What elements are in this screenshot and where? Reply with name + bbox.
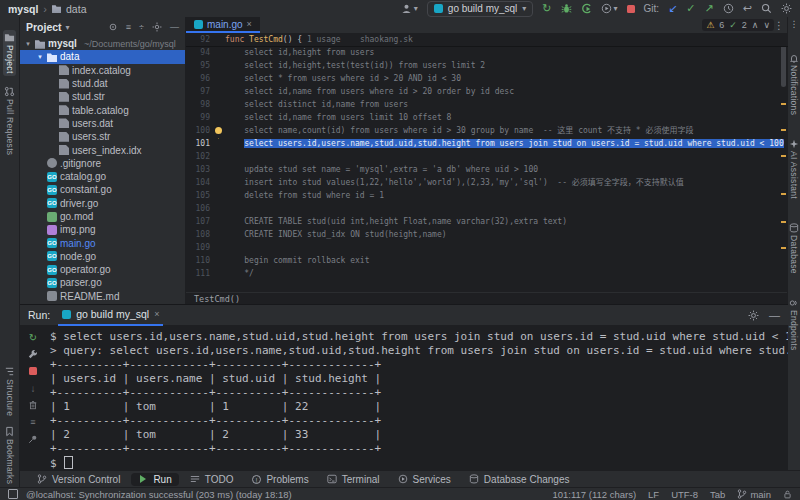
code-line-106[interactable]: 106 [186,202,788,215]
run-tab-go-build[interactable]: go build my_sql × [58,305,163,326]
locate-file-icon[interactable] [108,22,118,32]
status-item[interactable]: 101:117 (112 chars) [552,489,636,500]
prev-problem-icon[interactable]: ∧ [752,20,759,30]
chevron-down-icon[interactable]: ▾ [36,53,44,61]
stripe-button-notifications[interactable]: Notifications [789,53,799,115]
rollback-button[interactable]: ↩ [743,3,752,14]
stripe-button-pull-requests[interactable]: Pull Requests [4,86,15,155]
tree-item-driver-go[interactable]: GOdriver.go [20,197,185,210]
tree-item-data[interactable]: ▾data [20,50,185,63]
tree-item-constant-go[interactable]: GOconstant.go [20,183,185,196]
tree-item-table-catalog[interactable]: table.catalog [20,103,185,116]
terminal-prompt-icon[interactable] [8,489,18,499]
stripe-button-project[interactable]: Project [3,30,16,76]
git-branch-widget[interactable]: main [737,489,771,500]
collapse-all-icon[interactable]: ÷ [139,22,144,33]
code-line-103[interactable]: 103 update stud set name = 'mysql',extra… [186,163,788,176]
code-line-111[interactable]: 111 */ [186,267,788,280]
status-message[interactable]: @localhost: Synchronization successful (… [26,489,292,500]
stripe-button-database[interactable]: Database [789,223,799,274]
status-item[interactable]: LF [648,489,659,500]
tool-tab-run[interactable]: Run [131,473,178,486]
code-line-109[interactable]: 109 [186,241,788,254]
stop-button[interactable] [627,5,635,13]
project-panel-title[interactable]: Project [26,21,62,33]
stripe-button-ai-assistant[interactable]: AI Assistant [789,139,799,199]
soft-wrap-icon[interactable]: ≡ [27,416,39,428]
code-line-110[interactable]: 110 begin commit rollback exit [186,254,788,267]
hide-panel-icon[interactable]: — [769,310,780,321]
tree-item-main-go[interactable]: GOmain.go [20,236,185,249]
rerun-button[interactable]: ↻ [542,3,551,14]
tree-item-img-png[interactable]: img.png [20,223,185,236]
tab-options-icon[interactable]: ⋮ [774,20,784,31]
breadcrumb-project[interactable]: mysql [8,3,38,15]
rerun-button[interactable]: ↻ [27,331,39,343]
tree-item-index-catalog[interactable]: index.catalog [20,64,185,77]
tool-tab-todo[interactable]: TODO [183,473,241,486]
code-line-99[interactable]: 99 select id,name from users limit 10 of… [186,111,788,124]
inspections-widget[interactable]: ⚠ 6 ✓ 2 ∧ ∨ [702,19,774,31]
expand-all-icon[interactable]: ≡ [126,22,131,33]
code-editor[interactable]: 92func TestCmd() { 1 usage shaokang.sk94… [186,33,788,293]
tree-item-users-str[interactable]: users.str [20,130,185,143]
tree-item-mysql[interactable]: ▾mysql~/Documents/go/mysql [20,37,185,50]
stripe-button-endpoints[interactable]: Endpoints [789,298,799,351]
tree-item-stud-dat[interactable]: stud.dat [20,77,185,90]
code-line-98[interactable]: 98 select distinct id,name from users [186,98,788,111]
settings-gear-icon[interactable] [781,3,792,14]
tree-item-go-mod[interactable]: go.mod [20,210,185,223]
tree-item-node-go[interactable]: GOnode.go [20,250,185,263]
chevron-down-icon[interactable]: ▾ [66,23,70,32]
stripe-button-bookmarks[interactable]: Bookmarks [4,426,15,484]
code-line-97[interactable]: 97 select id,name from users where id > … [186,85,788,98]
tree-item-catalog-go[interactable]: GOcatalog.go [20,170,185,183]
git-push-button[interactable]: ↗ [705,3,714,14]
next-problem-icon[interactable]: ∨ [763,20,770,30]
code-line-104[interactable]: 104 insert into stud values(1,22,'hello'… [186,176,788,189]
editor-breadcrumb[interactable]: TestCmd() [186,292,788,304]
tab-main-go[interactable]: main.go × [186,17,260,33]
tree-item-users-dat[interactable]: users.dat [20,117,185,130]
tool-tab-problems[interactable]: !Problems [244,473,315,486]
profiler-button[interactable] [581,3,592,14]
code-line-96[interactable]: 96 select * from users where id > 20 AND… [186,72,788,85]
code-line-105[interactable]: 105 delete from stud where id = 1 [186,189,788,202]
code-line-94[interactable]: 94 select id,height from users [186,46,788,59]
status-item[interactable]: Tab [710,489,725,500]
breadcrumb-folder[interactable]: data [66,3,86,15]
run-with-coverage-button[interactable]: ▾ [601,3,618,14]
close-icon[interactable]: × [154,309,159,319]
tree-item-stud-str[interactable]: stud.str [20,90,185,103]
code-line-108[interactable]: 108 CREATE INDEX stud_idx ON stud(height… [186,228,788,241]
run-options-gear-icon[interactable] [748,310,759,321]
tree-item-readme-md[interactable]: README.md [20,290,185,303]
pin-icon[interactable] [27,433,39,445]
status-item[interactable]: UTF-8 [671,489,698,500]
tool-tab-terminal[interactable]: Terminal [320,473,387,486]
close-icon[interactable]: × [247,19,252,29]
clear-all-trash-icon[interactable] [27,399,39,411]
code-line-102[interactable]: 102 [186,150,788,163]
stop-button[interactable] [27,365,39,377]
hide-panel-icon[interactable]: — [170,22,179,33]
run-console-output[interactable]: $ select users.id,users.name,stud.uid,st… [46,326,788,470]
debug-button[interactable] [561,3,572,14]
tool-tab-database-changes[interactable]: Database Changes [462,473,577,486]
run-config-selector[interactable]: go build my_sql ▾ [427,1,534,17]
edit-configuration-wrench-icon[interactable] [27,348,39,360]
history-button[interactable] [723,3,734,14]
lock-icon[interactable] [783,490,792,499]
user-avatar-icon[interactable]: ▾ [401,3,418,14]
code-line-92[interactable]: 92func TestCmd() { 1 usage shaokang.sk [186,33,788,46]
tree-item--gitignore[interactable]: .gitignore [20,157,185,170]
code-line-95[interactable]: 95 select id,height,test(test(id)) from … [186,59,788,72]
code-line-107[interactable]: 107 CREATE TABLE stud(uid int,height Flo… [186,215,788,228]
code-line-101[interactable]: 101 select users.id,users.name,stud.uid,… [186,137,788,150]
tool-tab-version-control[interactable]: Version Control [30,473,127,486]
git-commit-button[interactable]: ✓ [686,3,695,14]
tree-item-parser-go[interactable]: GOparser.go [20,276,185,289]
tree-item-operator-go[interactable]: GOoperator.go [20,263,185,276]
stripe-button-structure[interactable]: Structure [4,366,15,416]
chevron-down-icon[interactable]: ▾ [24,40,32,48]
